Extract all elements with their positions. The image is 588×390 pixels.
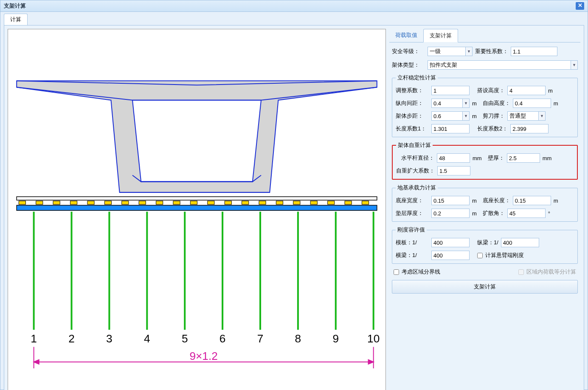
svg-rect-22: [17, 205, 377, 210]
len2-label: 长度系数2：: [477, 125, 508, 133]
unit-m: m: [472, 198, 477, 204]
step-input[interactable]: [431, 111, 463, 121]
svg-text:9: 9: [333, 332, 339, 345]
svg-text:2: 2: [68, 332, 75, 345]
svg-text:6: 6: [219, 332, 226, 345]
free-height-input[interactable]: [513, 99, 551, 108]
close-icon[interactable]: ✕: [576, 2, 584, 10]
erect-height-label: 搭设高度：: [477, 87, 505, 94]
base-length-input[interactable]: [513, 196, 551, 205]
bridge-diagram: 1 2 3 4 5 6 7 8 9 10: [8, 29, 385, 390]
chevron-down-icon[interactable]: ▼: [571, 60, 578, 70]
unit-m: m: [554, 198, 558, 204]
window-title: 支架计算: [4, 2, 26, 10]
svg-rect-17: [293, 201, 300, 204]
area-divider-label: 考虑区域分界线: [402, 268, 440, 276]
frame-type-select[interactable]: [428, 60, 571, 70]
selfweight-fieldset: 架体自重计算 水平杆直径： mm 壁厚： mm 自重扩大系数：: [392, 141, 578, 180]
brace-select[interactable]: [507, 111, 539, 121]
svg-text:3: 3: [106, 332, 113, 345]
svg-text:1: 1: [31, 332, 37, 345]
load-equal-checkbox: [518, 269, 524, 275]
hbar-diameter-label: 水平杆直径：: [396, 154, 434, 162]
svg-rect-9: [156, 201, 163, 204]
len1-input[interactable]: [431, 124, 470, 133]
svg-rect-12: [208, 201, 214, 204]
main-tabbar: 计算: [0, 12, 588, 25]
selfweight-amp-input[interactable]: [437, 166, 470, 175]
formwork-input[interactable]: [431, 238, 470, 247]
importance-input[interactable]: [511, 47, 557, 56]
svg-rect-19: [328, 201, 335, 204]
importance-label: 重要性系数：: [475, 48, 508, 55]
base-width-input[interactable]: [431, 196, 470, 205]
svg-text:4: 4: [144, 332, 150, 345]
chevron-down-icon[interactable]: ▼: [466, 47, 473, 56]
stiffness-legend: 刚度容许值: [396, 226, 427, 234]
unit-deg: °: [548, 210, 550, 217]
svg-rect-3: [53, 201, 60, 204]
svg-rect-0: [17, 197, 377, 200]
unit-m: m: [472, 100, 477, 107]
svg-text:5: 5: [182, 332, 188, 345]
svg-rect-21: [362, 201, 369, 204]
safety-level-select[interactable]: [428, 47, 466, 56]
base-length-label: 底座长度：: [483, 197, 510, 204]
foundation-fieldset: 地基承载力计算 底座宽度： m 底座长度： m 垫层厚度：: [392, 184, 578, 222]
unit-m: m: [472, 210, 477, 217]
tab-load-values[interactable]: 荷载取值: [389, 29, 423, 42]
erect-height-input[interactable]: [507, 86, 546, 95]
tab-scaffold-calc[interactable]: 支架计算: [423, 29, 458, 42]
longbeam-input[interactable]: [501, 238, 539, 247]
selfweight-amp-label: 自重扩大系数：: [396, 167, 435, 175]
frame-type-label: 架体类型：: [392, 61, 425, 69]
load-equal-label: 区域内荷载等分计算: [526, 268, 576, 276]
svg-rect-8: [139, 201, 146, 204]
svg-rect-14: [242, 201, 249, 204]
spread-angle-label: 扩散角：: [483, 209, 505, 217]
svg-rect-5: [87, 201, 94, 204]
free-height-label: 自由高度：: [483, 99, 510, 107]
sidebar-tabs: 荷载取值 支架计算: [389, 29, 580, 42]
hbar-diameter-input[interactable]: [437, 153, 470, 163]
wall-thickness-input[interactable]: [507, 153, 540, 163]
tab-calculate[interactable]: 计算: [4, 14, 28, 25]
pad-thickness-input[interactable]: [431, 209, 470, 218]
svg-text:8: 8: [295, 332, 301, 345]
cantilever-checkbox[interactable]: [477, 253, 483, 258]
unit-m: m: [472, 113, 477, 119]
pad-thickness-label: 垫层厚度：: [396, 209, 429, 217]
svg-rect-20: [345, 201, 352, 204]
long-spacing-input[interactable]: [431, 99, 463, 108]
svg-rect-11: [190, 201, 197, 204]
titlebar: 支架计算 ✕: [0, 0, 588, 12]
adj-coef-input[interactable]: [431, 86, 470, 95]
chevron-down-icon[interactable]: ▼: [463, 111, 470, 121]
selfweight-legend: 架体自重计算: [396, 141, 433, 149]
chevron-down-icon[interactable]: ▼: [463, 99, 470, 108]
longbeam-label: 纵梁：1/: [477, 239, 498, 246]
chevron-down-icon[interactable]: ▼: [539, 111, 546, 121]
unit-m: m: [554, 100, 558, 107]
area-divider-checkbox[interactable]: [394, 269, 399, 275]
stability-legend: 立杆稳定性计算: [396, 74, 438, 82]
svg-rect-2: [36, 201, 43, 204]
len2-input[interactable]: [510, 124, 549, 133]
svg-rect-7: [122, 201, 129, 204]
svg-rect-1: [19, 201, 25, 204]
svg-rect-15: [259, 201, 266, 204]
stiffness-fieldset: 刚度容许值 模板：1/ 纵梁：1/ 横梁：1/: [392, 226, 578, 264]
long-spacing-label: 纵向间距：: [396, 99, 429, 107]
calc-button[interactable]: 支架计算: [392, 280, 578, 294]
step-label: 架体步距：: [396, 112, 429, 120]
foundation-legend: 地基承载力计算: [396, 184, 438, 192]
svg-text:7: 7: [257, 332, 264, 345]
spread-angle-input[interactable]: [507, 209, 546, 218]
unit-m: m: [548, 88, 553, 94]
safety-level-label: 安全等级：: [392, 48, 425, 55]
crossbeam-input[interactable]: [431, 251, 470, 260]
formwork-label: 模板：1/: [396, 239, 429, 246]
svg-rect-10: [173, 201, 180, 204]
adj-coef-label: 调整系数：: [396, 87, 429, 94]
svg-text:9×1.2: 9×1.2: [189, 350, 217, 362]
